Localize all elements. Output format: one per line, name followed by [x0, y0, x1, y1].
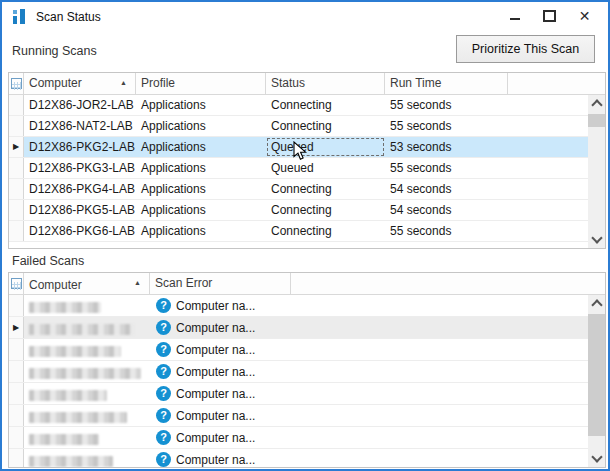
cell-status[interactable]: Connecting — [266, 200, 385, 220]
row-indicator-cell — [9, 339, 24, 360]
table-row[interactable]: ▶?Computer na... — [9, 317, 605, 339]
redacted-computer-name — [29, 368, 141, 379]
cell-runtime[interactable]: 54 seconds — [385, 179, 508, 199]
column-header-status[interactable]: Status — [266, 73, 385, 95]
scroll-down-icon[interactable] — [588, 231, 605, 248]
cell-scan-error[interactable]: ?Computer na... — [150, 383, 605, 404]
cell-computer[interactable]: D12X86-PKG3-LAB — [24, 158, 136, 178]
column-header-computer[interactable]: Computer▲ — [24, 273, 150, 295]
cell-computer-redacted[interactable] — [24, 295, 150, 316]
cell-profile[interactable]: Applications — [136, 179, 266, 199]
cell-profile[interactable]: Applications — [136, 137, 266, 157]
cell-scan-error[interactable]: ?Computer na... — [150, 427, 605, 448]
running-scrollbar-thumb[interactable] — [588, 114, 605, 127]
table-icon — [11, 278, 22, 289]
table-row[interactable]: ?Computer na... — [9, 383, 605, 405]
cell-computer[interactable]: D12X86-PKG5-LAB — [24, 200, 136, 220]
cell-scan-error[interactable]: ?Computer na... — [150, 295, 605, 316]
row-indicator-cell — [9, 295, 24, 316]
cell-scan-error[interactable]: ?Computer na... — [150, 361, 605, 382]
titlebar: Scan Status ✕ — [2, 2, 608, 32]
cell-status[interactable]: Connecting — [266, 221, 385, 241]
scan-status-window: Scan Status ✕ Running Scans Prioritize T… — [0, 0, 610, 471]
table-row[interactable]: ?Computer na... — [9, 361, 605, 383]
scan-error-text: Computer na... — [176, 299, 255, 313]
cell-runtime[interactable]: 54 seconds — [385, 200, 508, 220]
cell-status[interactable]: Queued — [266, 158, 385, 178]
cell-computer-redacted[interactable] — [24, 317, 150, 338]
failed-scans-label: Failed Scans — [12, 254, 84, 268]
row-indicator-cell — [9, 383, 24, 404]
table-row[interactable]: ?Computer na... — [9, 405, 605, 427]
cell-scan-error[interactable]: ?Computer na... — [150, 317, 605, 338]
column-header-profile[interactable]: Profile — [136, 73, 266, 95]
redacted-computer-name — [29, 412, 127, 423]
cell-runtime[interactable]: 53 seconds — [385, 137, 508, 157]
row-indicator-cell — [9, 427, 24, 448]
column-header-scan-error[interactable]: Scan Error — [150, 273, 291, 295]
maximize-button[interactable] — [532, 4, 567, 28]
table-row[interactable]: ?Computer na... — [9, 295, 605, 317]
cell-status[interactable]: Connecting — [266, 95, 385, 115]
cell-profile[interactable]: Applications — [136, 158, 266, 178]
cell-profile[interactable]: Applications — [136, 200, 266, 220]
cell-computer-redacted[interactable] — [24, 339, 150, 360]
scroll-up-icon[interactable] — [588, 95, 605, 112]
redacted-computer-name — [29, 302, 101, 313]
scroll-down-icon[interactable] — [588, 450, 605, 467]
cell-profile[interactable]: Applications — [136, 116, 266, 136]
scroll-up-icon[interactable] — [588, 295, 605, 312]
running-scrollbar[interactable] — [588, 95, 605, 248]
cell-computer-redacted[interactable] — [24, 449, 150, 468]
cell-profile[interactable]: Applications — [136, 95, 266, 115]
cell-computer[interactable]: D12X86-JOR2-LAB — [24, 95, 136, 115]
table-row[interactable]: D12X86-PKG3-LABApplicationsQueued55 seco… — [9, 158, 605, 179]
cell-status[interactable]: Connecting — [266, 179, 385, 199]
question-icon: ? — [156, 452, 171, 467]
cell-status[interactable]: Queued — [266, 137, 385, 157]
current-row-marker-icon: ▶ — [13, 324, 19, 332]
table-icon — [11, 78, 22, 89]
cell-runtime[interactable]: 55 seconds — [385, 95, 508, 115]
cell-computer-redacted[interactable] — [24, 361, 150, 382]
table-row[interactable]: ?Computer na... — [9, 449, 605, 468]
table-row[interactable]: D12X86-PKG4-LABApplicationsConnecting54 … — [9, 179, 605, 200]
row-indicator-cell — [9, 95, 24, 115]
table-row[interactable]: ?Computer na... — [9, 339, 605, 361]
table-row[interactable]: D12X86-PKG6-LABApplicationsConnecting55 … — [9, 221, 605, 242]
table-row[interactable]: D12X86-PKG5-LABApplicationsConnecting54 … — [9, 200, 605, 221]
cell-computer[interactable]: D12X86-PKG2-LAB — [24, 137, 136, 157]
cell-runtime[interactable]: 55 seconds — [385, 221, 508, 241]
app-icon — [12, 9, 28, 25]
failed-scrollbar-thumb[interactable] — [588, 314, 605, 436]
cell-computer[interactable]: D12X86-PKG6-LAB — [24, 221, 136, 241]
select-all-cell[interactable] — [9, 273, 24, 295]
cell-scan-error[interactable]: ?Computer na... — [150, 449, 605, 468]
cell-status[interactable]: Connecting — [266, 116, 385, 136]
prioritize-this-scan-button[interactable]: Prioritize This Scan — [456, 35, 595, 63]
cell-runtime[interactable]: 55 seconds — [385, 116, 508, 136]
column-header-computer[interactable]: Computer▲ — [24, 73, 136, 95]
select-all-cell[interactable] — [9, 73, 24, 95]
minimize-button[interactable] — [497, 4, 532, 28]
cell-computer[interactable]: D12X86-NAT2-LAB — [24, 116, 136, 136]
cell-profile[interactable]: Applications — [136, 221, 266, 241]
cell-scan-error[interactable]: ?Computer na... — [150, 339, 605, 360]
cell-computer-redacted[interactable] — [24, 405, 150, 426]
cell-scan-error[interactable]: ?Computer na... — [150, 405, 605, 426]
cell-computer[interactable]: D12X86-PKG4-LAB — [24, 179, 136, 199]
table-row[interactable]: ▶D12X86-PKG2-LABApplicationsQueued53 sec… — [9, 137, 605, 158]
table-row[interactable]: D12X86-JOR2-LABApplicationsConnecting55 … — [9, 95, 605, 116]
cell-computer-redacted[interactable] — [24, 427, 150, 448]
close-icon: ✕ — [579, 9, 591, 23]
cell-runtime[interactable]: 55 seconds — [385, 158, 508, 178]
cell-computer-redacted[interactable] — [24, 383, 150, 404]
row-indicator-cell — [9, 116, 24, 136]
close-button[interactable]: ✕ — [567, 4, 602, 28]
table-row[interactable]: D12X86-NAT2-LABApplicationsConnecting55 … — [9, 116, 605, 137]
column-header-runtime[interactable]: Run Time — [385, 73, 508, 95]
table-row[interactable]: ?Computer na... — [9, 427, 605, 449]
redacted-computer-name — [29, 456, 113, 467]
window-controls: ✕ — [497, 4, 602, 28]
failed-scrollbar[interactable] — [588, 295, 605, 467]
